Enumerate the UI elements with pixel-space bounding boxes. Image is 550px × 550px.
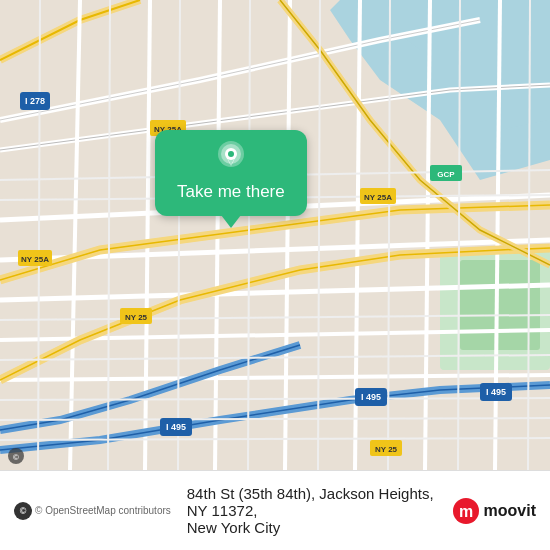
svg-text:I 278: I 278 <box>25 96 45 106</box>
moovit-logo-icon: m <box>452 497 480 525</box>
map-container: I 278 NY 25A NY 25A NY 25A NY 25 NY 25 I… <box>0 0 550 470</box>
address-block: 84th St (35th 84th), Jackson Heights, NY… <box>181 485 452 536</box>
take-me-there-button[interactable]: Take me there <box>155 130 307 216</box>
osm-credit-text: © OpenStreetMap contributors <box>35 505 171 516</box>
svg-text:I 495: I 495 <box>486 387 506 397</box>
moovit-logo: m moovit <box>452 497 536 525</box>
location-pin-icon <box>213 140 249 176</box>
svg-point-31 <box>228 151 234 157</box>
svg-text:I 495: I 495 <box>166 422 186 432</box>
address-line1: 84th St (35th 84th), Jackson Heights, NY… <box>187 485 452 519</box>
svg-text:m: m <box>458 503 472 520</box>
map-svg: I 278 NY 25A NY 25A NY 25A NY 25 NY 25 I… <box>0 0 550 470</box>
address-line2: New York City <box>187 519 452 536</box>
take-me-there-label: Take me there <box>177 182 285 202</box>
osm-credit: © © OpenStreetMap contributors <box>14 502 171 520</box>
svg-text:NY 25A: NY 25A <box>364 193 392 202</box>
svg-text:NY 25: NY 25 <box>125 313 148 322</box>
svg-text:©: © <box>13 453 19 462</box>
svg-text:I 495: I 495 <box>361 392 381 402</box>
moovit-text: moovit <box>484 502 536 520</box>
osm-icon: © <box>14 502 32 520</box>
svg-text:GCP: GCP <box>437 170 455 179</box>
svg-text:NY 25A: NY 25A <box>21 255 49 264</box>
bottom-bar: © © OpenStreetMap contributors 84th St (… <box>0 470 550 550</box>
svg-text:NY 25: NY 25 <box>375 445 398 454</box>
